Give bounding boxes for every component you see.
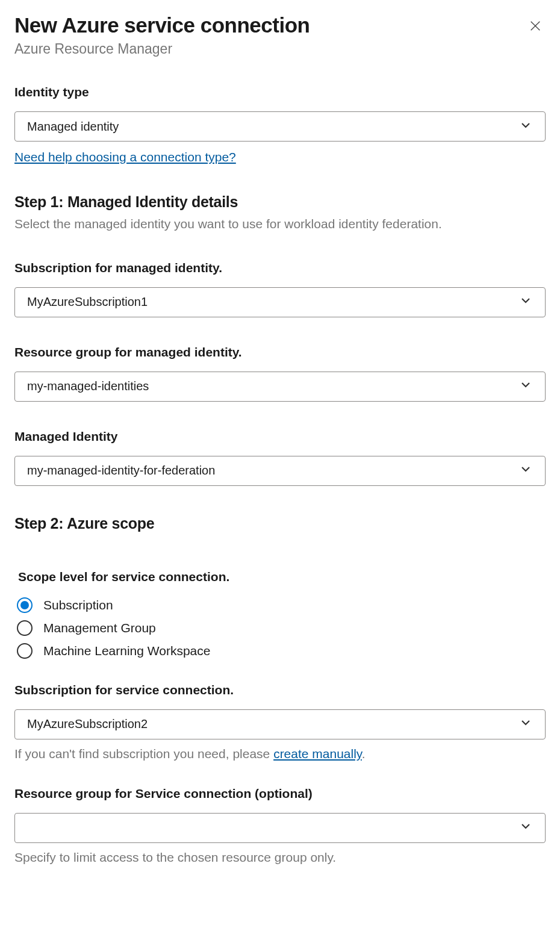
step1-heading: Step 1: Managed Identity details xyxy=(14,193,546,211)
chevron-down-icon xyxy=(518,819,533,836)
mi-subscription-select[interactable]: MyAzureSubscription1 xyxy=(14,287,546,317)
radio-management-group[interactable]: Management Group xyxy=(17,620,546,636)
mi-resource-group-label: Resource group for managed identity. xyxy=(14,345,546,359)
sc-subscription-hint-prefix: If you can't find subscription you need,… xyxy=(14,747,273,761)
sc-subscription-label: Subscription for service connection. xyxy=(14,683,546,697)
chevron-down-icon xyxy=(518,118,533,135)
mi-resource-group-select[interactable]: my-managed-identities xyxy=(14,372,546,402)
sc-resource-group-hint: Specify to limit access to the chosen re… xyxy=(14,849,546,866)
mi-subscription-label: Subscription for managed identity. xyxy=(14,261,546,275)
radio-ml-workspace[interactable]: Machine Learning Workspace xyxy=(17,643,546,659)
radio-icon xyxy=(17,643,33,659)
managed-identity-select[interactable]: my-managed-identity-for-federation xyxy=(14,456,546,486)
sc-subscription-hint-suffix: . xyxy=(362,747,366,761)
sc-resource-group-select[interactable] xyxy=(14,813,546,843)
chevron-down-icon xyxy=(518,293,533,311)
radio-subscription[interactable]: Subscription xyxy=(17,597,546,613)
help-link-connection-type[interactable]: Need help choosing a connection type? xyxy=(14,150,236,164)
close-button[interactable] xyxy=(529,13,546,34)
mi-resource-group-value: my-managed-identities xyxy=(27,379,149,393)
managed-identity-label: Managed Identity xyxy=(14,429,546,444)
step2-heading: Step 2: Azure scope xyxy=(14,515,546,532)
chevron-down-icon xyxy=(518,715,533,733)
radio-icon xyxy=(17,620,33,636)
chevron-down-icon xyxy=(518,378,533,395)
sc-subscription-hint: If you can't find subscription you need,… xyxy=(14,745,546,762)
radio-ml-workspace-label: Machine Learning Workspace xyxy=(43,644,210,658)
radio-management-group-label: Management Group xyxy=(43,621,156,635)
identity-type-select[interactable]: Managed identity xyxy=(14,111,546,142)
sc-subscription-value: MyAzureSubscription2 xyxy=(27,717,148,731)
mi-subscription-value: MyAzureSubscription1 xyxy=(27,295,148,309)
sc-resource-group-label: Resource group for Service connection (o… xyxy=(14,786,546,801)
step1-description: Select the managed identity you want to … xyxy=(14,216,546,232)
managed-identity-value: my-managed-identity-for-federation xyxy=(27,464,215,478)
identity-type-label: Identity type xyxy=(14,85,546,99)
chevron-down-icon xyxy=(518,462,533,479)
dialog-subtitle: Azure Resource Manager xyxy=(14,41,310,57)
create-manually-link[interactable]: create manually xyxy=(273,747,362,761)
scope-level-label: Scope level for service connection. xyxy=(18,570,546,584)
identity-type-value: Managed identity xyxy=(27,120,119,134)
radio-subscription-label: Subscription xyxy=(43,598,113,612)
radio-icon xyxy=(17,597,33,613)
close-icon xyxy=(529,25,542,34)
sc-subscription-select[interactable]: MyAzureSubscription2 xyxy=(14,709,546,739)
scope-level-radio-group: Subscription Management Group Machine Le… xyxy=(14,597,546,659)
dialog-title: New Azure service connection xyxy=(14,13,310,37)
